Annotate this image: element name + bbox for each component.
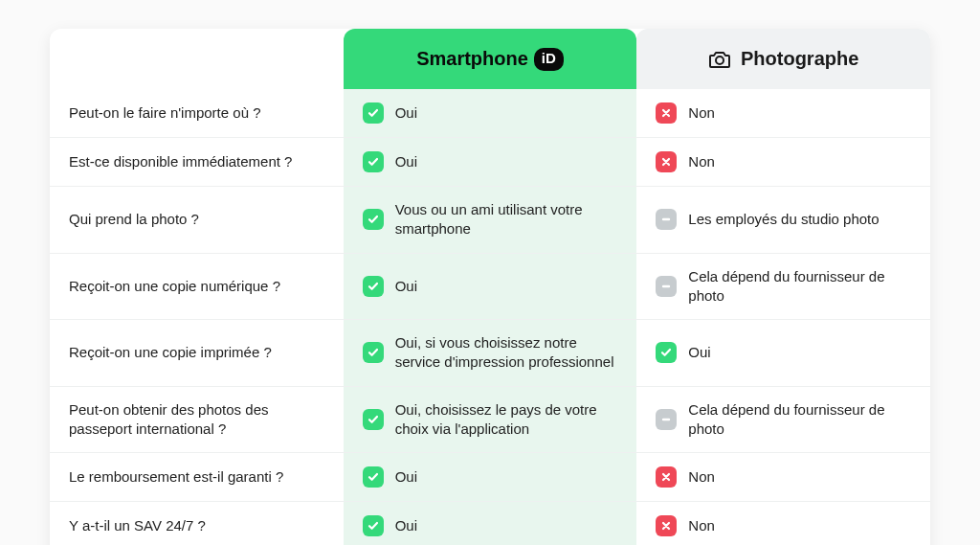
question-cell: Y a-t-il un SAV 24/7 ?: [50, 502, 344, 545]
check-icon: [363, 515, 384, 536]
question-cell: Peut-on obtenir des photos des passeport…: [50, 387, 344, 454]
table-row: Le remboursement est-il garanti ?OuiNon: [50, 453, 930, 502]
answer-b-text: Non: [688, 516, 715, 535]
dash-icon: [656, 276, 677, 297]
camera-icon: [708, 50, 731, 69]
question-text: Peut-on obtenir des photos des passeport…: [69, 400, 324, 440]
answer-a-cell: Oui: [344, 502, 637, 545]
question-text: Peut-on le faire n'importe où ?: [69, 103, 260, 123]
check-icon: [363, 342, 384, 363]
question-cell: Le remboursement est-il garanti ?: [50, 453, 344, 502]
cross-icon: [656, 151, 677, 172]
table-row: Qui prend la photo ?Vous ou un ami utili…: [50, 187, 930, 254]
answer-a-cell: Oui: [344, 453, 637, 502]
answer-a-cell: Oui, si vous choisissez notre service d'…: [344, 320, 637, 387]
header-photographe: Photographe: [636, 29, 930, 89]
question-cell: Reçoit-on une copie imprimée ?: [50, 320, 344, 387]
answer-a-text: Oui, choisissez le pays de votre choix v…: [395, 400, 618, 440]
table-row: Y a-t-il un SAV 24/7 ?OuiNon: [50, 502, 930, 545]
question-cell: Peut-on le faire n'importe où ?: [50, 89, 344, 138]
answer-b-text: Non: [688, 467, 715, 487]
cross-icon: [656, 466, 677, 488]
question-text: Reçoit-on une copie numérique ?: [69, 277, 280, 296]
check-icon: [363, 466, 384, 488]
question-text: Le remboursement est-il garanti ?: [69, 467, 283, 487]
question-text: Qui prend la photo ?: [69, 210, 199, 229]
check-icon: [656, 342, 677, 363]
answer-a-text: Oui: [395, 152, 417, 171]
cross-icon: [656, 515, 677, 536]
check-icon: [363, 409, 384, 430]
header-empty: [50, 29, 344, 89]
check-icon: [363, 151, 384, 172]
answer-a-text: Oui: [395, 103, 417, 123]
answer-b-cell: Cela dépend du fournisseur de photo: [636, 387, 930, 454]
answer-a-text: Oui, si vous choisissez notre service d'…: [395, 333, 618, 373]
answer-b-text: Oui: [688, 343, 710, 362]
dash-icon: [656, 409, 677, 430]
answer-b-cell: Non: [636, 453, 930, 502]
answer-b-cell: Non: [636, 502, 930, 545]
check-icon: [363, 102, 384, 124]
answer-a-text: Oui: [395, 277, 417, 296]
header-smartphone-id: Smartphone iD: [344, 29, 637, 89]
check-icon: [363, 209, 384, 230]
table-row: Peut-on obtenir des photos des passeport…: [50, 387, 930, 454]
comparison-table: Smartphone iD Photographe Peut-on le fai…: [50, 29, 930, 545]
answer-a-text: Oui: [395, 467, 417, 487]
table-row: Peut-on le faire n'importe où ?OuiNon: [50, 89, 930, 138]
svg-point-0: [716, 57, 724, 64]
answer-b-cell: Non: [636, 89, 930, 138]
answer-b-cell: Non: [636, 138, 930, 187]
answer-b-text: Cela dépend du fournisseur de photo: [688, 400, 911, 440]
dash-icon: [656, 209, 677, 230]
answer-b-cell: Oui: [636, 320, 930, 387]
brand-badge: iD: [534, 48, 564, 71]
table-row: Reçoit-on une copie imprimée ?Oui, si vo…: [50, 320, 930, 387]
answer-a-cell: Vous ou un ami utilisant votre smartphon…: [344, 187, 637, 254]
answer-a-cell: Oui, choisissez le pays de votre choix v…: [344, 387, 637, 454]
answer-b-text: Les employés du studio photo: [688, 210, 879, 229]
answer-b-text: Non: [688, 152, 715, 171]
answer-a-cell: Oui: [344, 138, 637, 187]
answer-a-cell: Oui: [344, 254, 637, 321]
header-photographe-label: Photographe: [741, 46, 858, 72]
question-cell: Reçoit-on une copie numérique ?: [50, 254, 344, 321]
question-cell: Est-ce disponible immédiatement ?: [50, 138, 344, 187]
question-cell: Qui prend la photo ?: [50, 187, 344, 254]
answer-b-text: Non: [688, 103, 715, 123]
answer-a-text: Vous ou un ami utilisant votre smartphon…: [395, 200, 618, 239]
brand-text: Smartphone: [416, 46, 528, 72]
answer-a-text: Oui: [395, 516, 417, 535]
table-row: Reçoit-on une copie numérique ?OuiCela d…: [50, 254, 930, 321]
question-text: Y a-t-il un SAV 24/7 ?: [69, 516, 206, 535]
check-icon: [363, 276, 384, 297]
table-header-row: Smartphone iD Photographe: [50, 29, 930, 89]
question-text: Reçoit-on une copie imprimée ?: [69, 343, 272, 362]
answer-b-cell: Les employés du studio photo: [636, 187, 930, 254]
table-row: Est-ce disponible immédiatement ?OuiNon: [50, 138, 930, 187]
answer-b-text: Cela dépend du fournisseur de photo: [688, 267, 911, 307]
question-text: Est-ce disponible immédiatement ?: [69, 152, 292, 171]
answer-b-cell: Cela dépend du fournisseur de photo: [636, 254, 930, 321]
answer-a-cell: Oui: [344, 89, 637, 138]
cross-icon: [656, 102, 677, 124]
